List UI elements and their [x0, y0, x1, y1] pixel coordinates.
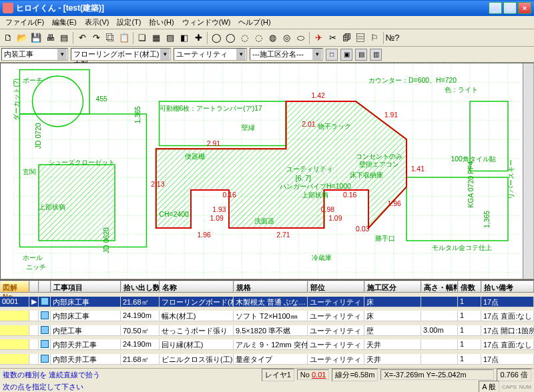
grid-cell[interactable]: 17点 開口:1箇所 — [481, 325, 534, 336]
grid-cell[interactable]: ユーティリティ — [308, 325, 364, 336]
menu-edit[interactable]: 編集(E) — [48, 16, 81, 29]
grid-cell[interactable]: 天井 — [364, 354, 421, 365]
col-header[interactable]: 図解No — [0, 281, 29, 293]
menu-window[interactable]: ウィンドウ(W) — [178, 16, 235, 29]
open-icon[interactable]: 📂 — [15, 31, 29, 45]
grid-cell[interactable]: 床 — [364, 311, 421, 321]
filter-room[interactable]: ユーティリティ — [174, 48, 247, 61]
col-header[interactable]: 規格 — [234, 281, 308, 293]
filter-construction[interactable]: 内装工事 — [1, 48, 68, 61]
new-icon[interactable]: 🗋 — [1, 31, 15, 45]
tool-a-icon[interactable]: ❏ — [136, 31, 149, 45]
doc-icon[interactable]: 🗐 — [340, 31, 353, 45]
tool-c-icon[interactable]: ▨ — [164, 31, 177, 45]
grid-cell[interactable] — [0, 339, 29, 350]
maximize-button[interactable]: □ — [503, 2, 517, 14]
grid-cell[interactable]: 1 — [458, 339, 481, 350]
paste-icon[interactable]: 📋 — [117, 31, 131, 45]
menu-file[interactable]: ファイル(F) — [1, 16, 48, 29]
grid-cell[interactable] — [29, 311, 39, 321]
grid-cell[interactable]: 床 — [364, 297, 421, 307]
grid-cell[interactable]: ユーティリティ — [308, 354, 364, 365]
grid-cell[interactable] — [421, 354, 458, 365]
col-header[interactable]: 施工区分 — [364, 281, 421, 293]
grid-cell[interactable]: アルミ 9・12mm 突付け — [234, 339, 308, 350]
export-icon[interactable]: ▤ — [57, 31, 71, 45]
minimize-button[interactable]: _ — [489, 2, 502, 14]
filter-btn3[interactable]: ▤ — [355, 49, 367, 61]
col-header[interactable]: 工事項目 — [51, 281, 121, 293]
menu-help[interactable]: ヘルプ(H) — [234, 16, 274, 29]
grid-cell[interactable]: ユーティリティ — [308, 297, 364, 307]
undo-icon[interactable]: ↶ — [75, 31, 89, 45]
grid-cell[interactable]: 3.00m — [421, 325, 458, 336]
grid-cell[interactable]: 1 — [458, 311, 481, 321]
circle2-icon[interactable]: ◯ — [224, 31, 237, 45]
grid-cell[interactable]: 17点 直面:なし 余長:なし — [481, 311, 534, 321]
grid-cell[interactable]: ユーティリティ — [308, 311, 364, 321]
grid-cell[interactable]: 回り縁(材工) — [160, 339, 234, 350]
grid-cell[interactable] — [421, 297, 458, 307]
grid-cell[interactable]: 24.190m — [121, 339, 160, 350]
col-header[interactable]: 名称 — [160, 281, 234, 293]
col-header[interactable]: 部位 — [308, 281, 364, 293]
calc-icon[interactable]: ⿳ — [354, 31, 367, 45]
grid-cell[interactable] — [29, 354, 39, 365]
grid-cell[interactable] — [0, 325, 29, 336]
col-header[interactable] — [39, 281, 51, 293]
grid-cell[interactable] — [29, 325, 39, 336]
col-header[interactable] — [29, 281, 39, 293]
help-icon[interactable]: №? — [386, 31, 399, 45]
data-grid[interactable]: 図解No工事項目拾い出し数量名称規格部位施工区分高さ・幅料倍数拾い備考0001▶… — [0, 279, 534, 368]
grid-cell[interactable]: 内部天井工事 — [51, 339, 121, 350]
grid-cell[interactable] — [0, 311, 29, 321]
flag-icon[interactable]: ⚐ — [368, 31, 381, 45]
filter-section[interactable]: ---施工区分名--- — [250, 48, 323, 61]
grid-cell[interactable]: 内部床工事 — [51, 311, 121, 321]
grid-cell[interactable]: 1 — [458, 297, 481, 307]
menu-settings[interactable]: 設定(T) — [113, 16, 145, 29]
grid-cell[interactable]: ビニルクロス張り(工) — [160, 354, 234, 365]
grid-cell[interactable]: 0001 — [0, 297, 29, 307]
grid-cell[interactable]: 17点 直面:なし 余長:なし — [481, 339, 534, 350]
grid-cell[interactable]: 70.50㎡ — [121, 325, 160, 336]
tool-b-icon[interactable]: ▦ — [150, 31, 163, 45]
circle5-icon[interactable]: ◍ — [266, 31, 279, 45]
print-icon[interactable]: 🖶 — [43, 31, 57, 45]
grid-cell[interactable]: 天井 — [364, 339, 421, 350]
grid-cell[interactable]: 幅木(材工) — [160, 311, 234, 321]
save-icon[interactable]: 💾 — [29, 31, 43, 45]
grid-cell[interactable] — [39, 325, 51, 336]
filter-material[interactable]: フローリングボード(材工) 木製 — [71, 48, 171, 61]
scissors-icon[interactable]: ✂ — [326, 31, 339, 45]
net-icon[interactable]: ✈ — [312, 31, 325, 45]
grid-cell[interactable]: 17点 — [481, 297, 534, 307]
menu-hiroi[interactable]: 拾い(H) — [145, 16, 178, 29]
grid-cell[interactable]: せっこうボード張り — [160, 325, 234, 336]
grid-cell[interactable]: 内部天井工事 — [51, 354, 121, 365]
circle6-icon[interactable]: ◎ — [280, 31, 293, 45]
grid-cell[interactable]: ▶ — [29, 297, 39, 307]
grid-cell[interactable]: 壁 — [364, 325, 421, 336]
grid-cell[interactable] — [39, 297, 51, 307]
filter-btn1[interactable]: □ — [326, 49, 338, 61]
grid-cell[interactable]: 9.5×1820 準不燃 — [234, 325, 308, 336]
grid-cell[interactable]: フローリングボード(材工) — [160, 297, 234, 307]
grid-cell[interactable] — [421, 311, 458, 321]
filter-btn2[interactable]: ▣ — [340, 49, 352, 61]
grid-cell[interactable]: 17点 — [481, 354, 534, 365]
grid-cell[interactable]: 内部床工事 — [51, 297, 121, 307]
grid-cell[interactable]: 21.68㎡ — [121, 354, 160, 365]
menu-view[interactable]: 表示(V) — [81, 16, 113, 29]
grid-cell[interactable]: 木製根太 普通 ぶな… — [234, 297, 308, 307]
col-header[interactable]: 倍数 — [458, 281, 481, 293]
grid-cell[interactable]: 量産タイプ — [234, 354, 308, 365]
grid-cell[interactable]: 内壁工事 — [51, 325, 121, 336]
copy-icon[interactable]: ⿻ — [103, 31, 117, 45]
col-header[interactable]: 拾い出し数量 — [121, 281, 160, 293]
circle3-icon[interactable]: ◌ — [238, 31, 251, 45]
grid-cell[interactable]: ユーティリティ — [308, 339, 364, 350]
grid-cell[interactable] — [39, 354, 51, 365]
grid-cell[interactable]: 24.190m — [121, 311, 160, 321]
circle1-icon[interactable]: ◯ — [210, 31, 223, 45]
